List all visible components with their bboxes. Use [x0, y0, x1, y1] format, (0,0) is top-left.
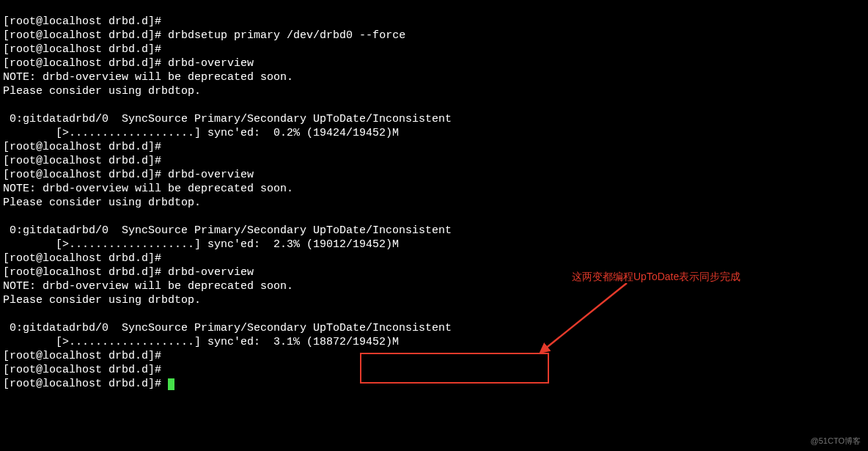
prompt[interactable]: [root@localhost drbd.d]# — [3, 43, 168, 56]
prompt[interactable]: [root@localhost drbd.d]# — [3, 364, 168, 376]
cmd-text: drbd-overview — [168, 57, 254, 70]
output-line: Please consider using drbdtop. — [3, 85, 201, 98]
cursor[interactable] — [168, 378, 174, 390]
output-line: NOTE: drbd-overview will be deprecated s… — [3, 71, 293, 84]
output-line: NOTE: drbd-overview will be deprecated s… — [3, 183, 293, 195]
prompt[interactable]: [root@localhost drbd.d]# — [3, 266, 168, 279]
terminal-output: [root@localhost drbd.d]# [root@localhost… — [0, 0, 868, 392]
annotation-text: 这两变都编程UpToDate表示同步完成 — [572, 270, 740, 284]
prompt[interactable]: [root@localhost drbd.d]# — [3, 141, 168, 153]
prompt[interactable]: [root@localhost drbd.d]# — [3, 252, 168, 265]
prompt[interactable]: [root@localhost drbd.d]# — [3, 15, 168, 28]
cmd-text: drbd-overview — [168, 266, 254, 279]
output-line: [>...................] sync'ed: 2.3% (19… — [3, 238, 399, 251]
output-line: [>...................] sync'ed: 3.1% (18… — [3, 336, 399, 348]
prompt[interactable]: [root@localhost drbd.d]# — [3, 378, 168, 390]
output-line: Please consider using drbdtop. — [3, 294, 201, 307]
output-line: NOTE: drbd-overview will be deprecated s… — [3, 280, 293, 293]
cmd-text: drbd-overview — [168, 169, 254, 181]
output-line: 0:gitdatadrbd/0 SyncSource Primary/Secon… — [3, 224, 452, 237]
prompt[interactable]: [root@localhost drbd.d]# — [3, 29, 168, 42]
prompt[interactable]: [root@localhost drbd.d]# — [3, 350, 168, 362]
output-line: [>...................] sync'ed: 0.2% (19… — [3, 127, 399, 139]
cmd-text: drbdsetup primary /dev/drbd0 --force — [168, 29, 405, 42]
prompt[interactable]: [root@localhost drbd.d]# — [3, 155, 168, 167]
output-line: Please consider using drbdtop. — [3, 197, 201, 209]
output-line: 0:gitdatadrbd/0 SyncSource Primary/Secon… — [3, 113, 452, 125]
prompt[interactable]: [root@localhost drbd.d]# — [3, 169, 168, 181]
output-line: 0:gitdatadrbd/0 SyncSource Primary/Secon… — [3, 322, 452, 334]
prompt[interactable]: [root@localhost drbd.d]# — [3, 57, 168, 70]
watermark: @51CTO博客 — [811, 434, 861, 448]
